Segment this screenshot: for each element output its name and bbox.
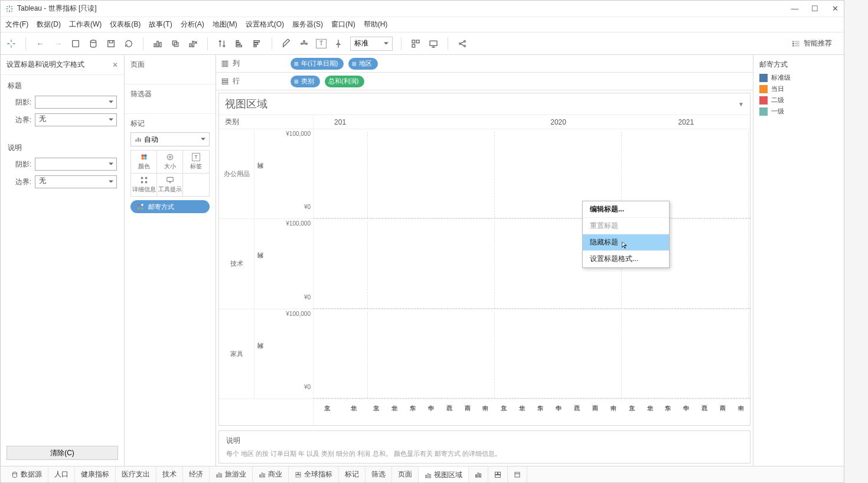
svg-rect-52 [226, 61, 227, 66]
menu-window[interactable]: 窗口(N) [331, 19, 355, 30]
maximize-button[interactable]: ☐ [811, 4, 819, 13]
marks-detail[interactable]: 详细信息 [131, 174, 157, 196]
menu-worksheet[interactable]: 工作表(W) [69, 19, 102, 30]
sheet-tab[interactable]: 全球指标 [289, 466, 339, 482]
row-pill-category[interactable]: ⊞类别 [291, 76, 320, 87]
smart-recommend-button[interactable]: 智能推荐 [792, 38, 839, 48]
svg-point-46 [138, 204, 140, 206]
menu-file[interactable]: 文件(F) [5, 19, 28, 30]
menu-data[interactable]: 数据(D) [37, 19, 61, 30]
columns-icon [221, 60, 229, 68]
undo-icon[interactable]: ← [34, 38, 46, 50]
ctx-format-title[interactable]: 设置标题格式... [583, 251, 669, 267]
fit-dropdown[interactable]: 标准 [350, 37, 393, 51]
sheet-tab[interactable]: 健康指标 [75, 466, 116, 482]
close-button[interactable]: ✕ [831, 4, 839, 13]
svg-point-39 [169, 156, 171, 158]
sheet-tab[interactable]: 页面 [392, 466, 419, 482]
legend-label: 二级 [771, 96, 784, 105]
sheet-tab[interactable]: 人口 [48, 466, 75, 482]
sheet-tab[interactable]: 筛选 [366, 466, 392, 482]
new-dashboard-tab[interactable] [488, 466, 508, 482]
new-worksheet-tab[interactable] [469, 466, 488, 482]
title-border-select[interactable]: 无 [35, 113, 117, 126]
minimize-button[interactable]: — [791, 4, 799, 13]
svg-rect-33 [138, 138, 139, 142]
marks-type-select[interactable]: 自动 [130, 132, 210, 146]
redo-icon[interactable]: → [52, 38, 64, 50]
new-data-icon[interactable] [87, 38, 99, 50]
tab-datasource[interactable]: 数据源 [5, 466, 48, 482]
svg-rect-2 [108, 40, 115, 47]
size-icon [166, 153, 174, 161]
format-panel-close-icon[interactable]: ✕ [112, 61, 118, 69]
svg-rect-57 [217, 475, 218, 477]
menu-analysis[interactable]: 分析(A) [181, 19, 204, 30]
sheet-tab[interactable]: 旅游业 [210, 466, 253, 482]
caption-shadow-select[interactable] [35, 158, 117, 171]
marks-color[interactable]: 颜色 [131, 151, 157, 174]
svg-rect-74 [495, 475, 501, 477]
marks-tooltip[interactable]: 工具提示 [157, 174, 183, 196]
sheet-tab[interactable]: 商业 [253, 466, 289, 482]
menu-format[interactable]: 设置格式(O) [246, 19, 284, 30]
caption-box[interactable]: 说明 每个 地区 的按 订单日期 年 以及 类别 细分的 利润 总和。 颜色显示… [218, 430, 750, 464]
color-pill[interactable]: 邮寄方式 [130, 200, 210, 213]
title-shadow-select[interactable] [35, 96, 117, 109]
legend-item[interactable]: 当日 [759, 84, 838, 93]
sort-asc-icon[interactable] [234, 38, 246, 50]
row-pill-profit[interactable]: 总和(利润) [325, 76, 364, 87]
menu-map[interactable]: 地图(M) [213, 19, 237, 30]
swap-icon[interactable] [216, 38, 228, 50]
legend-item[interactable]: 一级 [759, 107, 838, 116]
duplicate-icon[interactable] [169, 38, 181, 50]
ctx-reset-title[interactable]: 重置标题 [583, 218, 669, 234]
legend-swatch [759, 85, 768, 93]
viz-title-dropdown-icon[interactable]: ▼ [738, 101, 744, 107]
group-icon[interactable] [298, 38, 310, 50]
filters-card[interactable]: 筛选器 [125, 84, 216, 114]
refresh-icon[interactable] [123, 38, 135, 50]
sheet-tab[interactable]: 视图区域 [419, 466, 469, 482]
presentation-icon[interactable] [428, 38, 439, 50]
border-label: 边界: [8, 115, 31, 125]
col-pill-year[interactable]: ⊞年(订单日期) [291, 58, 344, 70]
svg-point-16 [301, 43, 303, 44]
menu-server[interactable]: 服务器(S) [292, 19, 323, 30]
show-cards-icon[interactable] [410, 38, 422, 50]
label-icon[interactable]: T [316, 39, 327, 48]
rows-shelf[interactable]: 行 ⊞类别 总和(利润) [216, 73, 753, 90]
marks-size[interactable]: 大小 [157, 151, 183, 174]
pin-icon[interactable] [332, 38, 344, 50]
legend-item[interactable]: 二级 [759, 96, 838, 105]
clear-icon[interactable] [187, 38, 199, 50]
marks-label[interactable]: T 标签 [183, 151, 209, 174]
col-pill-region[interactable]: ⊞地区 [348, 58, 378, 70]
legend-item[interactable]: 标准级 [759, 73, 838, 82]
viz-title-bar[interactable]: 视图区域 ▼ [219, 93, 750, 115]
menu-dashboard[interactable]: 仪表板(B) [110, 19, 141, 30]
save-icon[interactable] [70, 38, 81, 50]
share-icon[interactable] [456, 38, 468, 50]
new-worksheet-icon[interactable] [152, 38, 164, 50]
sort-desc-icon[interactable] [252, 38, 263, 50]
svg-rect-7 [174, 43, 178, 47]
sheet-tab[interactable]: 经济 [183, 466, 210, 482]
tableau-icon[interactable] [5, 38, 17, 50]
menu-help[interactable]: 帮助(H) [364, 19, 388, 30]
sheet-tab[interactable]: 医疗支出 [116, 466, 156, 482]
ctx-edit-title[interactable]: 编辑标题... [583, 201, 669, 218]
menu-story[interactable]: 故事(T) [149, 19, 172, 30]
sheet-tab[interactable]: 标记 [339, 466, 366, 482]
svg-point-37 [141, 157, 144, 160]
clear-button[interactable]: 清除(C) [6, 446, 118, 460]
new-story-tab[interactable] [508, 466, 527, 482]
legend-title: 邮寄方式 [759, 60, 838, 70]
highlight-icon[interactable] [280, 38, 292, 50]
columns-shelf[interactable]: 列 ⊞年(订单日期) ⊞地区 [216, 55, 753, 73]
sheet-tab[interactable]: 技术 [156, 466, 183, 482]
text-icon: T [192, 153, 200, 161]
pages-card[interactable]: 页面 [125, 55, 216, 84]
caption-border-select[interactable]: 无 [35, 175, 117, 188]
autosave-icon[interactable] [105, 38, 117, 50]
